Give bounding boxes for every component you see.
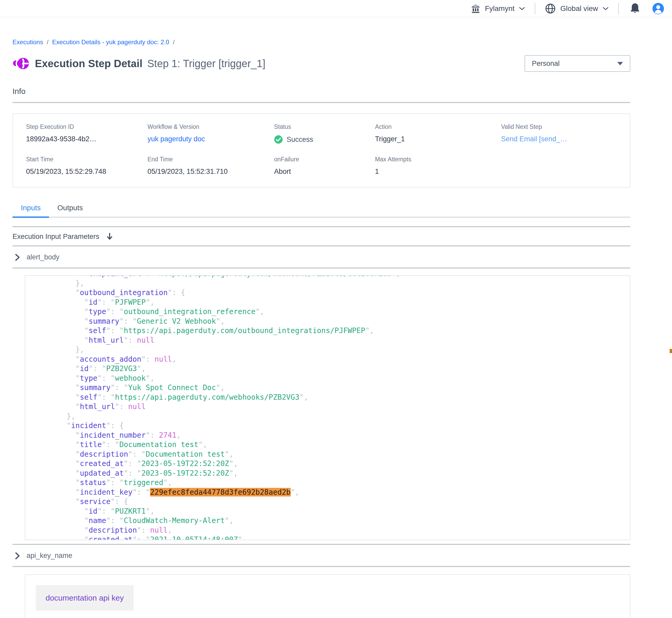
field-step-execution-id: Step Execution ID 18992a43-9538-4b2… — [26, 123, 148, 144]
field-label: Valid Next Step — [501, 123, 617, 130]
user-avatar[interactable] — [652, 3, 664, 15]
field-label: Status — [274, 123, 375, 130]
page-subtitle: Step 1: Trigger [trigger_1] — [147, 58, 265, 70]
field-max-attempts: Max Attempts 1 — [375, 156, 501, 176]
divider — [12, 268, 630, 269]
code-line: }, — [31, 345, 624, 355]
main-content: Executions / Execution Details - yuk pag… — [0, 38, 672, 618]
title-row: Execution Step Detail Step 1: Trigger [t… — [12, 55, 630, 72]
field-value: 05/19/2023, 15:52:31.710 — [148, 168, 274, 176]
divider — [12, 566, 630, 567]
code-line: "type": "outbound_integration_reference"… — [31, 307, 624, 317]
breadcrumb: Executions / Execution Details - yuk pag… — [12, 38, 630, 46]
code-line: "outbound_integration": { — [31, 288, 624, 298]
field-label: End Time — [148, 156, 274, 163]
page-title: Execution Step Detail — [35, 58, 143, 70]
scope-select[interactable]: Personal — [524, 55, 630, 72]
execution-input-parameters-bar: Execution Input Parameters — [12, 227, 630, 245]
success-check-icon — [274, 135, 283, 144]
tabs: Inputs Outputs — [12, 204, 630, 217]
code-line: "html_url": null — [31, 402, 624, 412]
param-label: api_key_name — [26, 552, 72, 560]
param-label: alert_body — [26, 253, 59, 261]
field-label: Step Execution ID — [26, 123, 148, 130]
chevron-right-icon — [15, 253, 20, 261]
param-row-api-key-name[interactable]: api_key_name — [12, 545, 630, 566]
field-start-time: Start Time 05/19/2023, 15:52:29.748 — [26, 156, 148, 176]
code-line: "status": "triggered", — [31, 478, 624, 488]
info-card: Step Execution ID 18992a43-9538-4b2… Wor… — [12, 113, 630, 188]
api-key-name-value-box: documentation api key — [25, 574, 630, 618]
field-label: Start Time — [26, 156, 148, 163]
code-line: "incident_key": "229efec8feda44778d3fe69… — [31, 488, 624, 497]
download-arrow-icon[interactable] — [106, 232, 113, 241]
code-content: "endpoint_url": "https://api.pagerduty.c… — [31, 275, 624, 540]
divider — [12, 102, 630, 103]
workflow-link[interactable]: yuk pagerduty doc — [148, 135, 205, 143]
code-line: "description": null, — [31, 526, 624, 535]
code-line: "self": "https://api.pagerduty.com/webho… — [31, 393, 624, 402]
code-line: "html_url": null — [31, 336, 624, 345]
info-heading: Info — [12, 87, 630, 96]
scrollbar-search-marker[interactable] — [670, 349, 672, 353]
field-valid-next-step: Valid Next Step Send Email [send_… — [501, 123, 617, 144]
code-line: "summary": "Yuk Spot Connect Doc", — [31, 383, 624, 393]
view-name: Global view — [560, 4, 598, 13]
field-status: Status Success — [274, 123, 375, 144]
workflow-icon — [12, 56, 31, 71]
code-line: "incident": { — [31, 421, 624, 431]
status-text: Success — [286, 135, 313, 144]
code-line: }, — [31, 412, 624, 421]
param-row-alert-body[interactable]: alert_body — [12, 246, 630, 268]
chevron-right-icon — [15, 552, 20, 560]
breadcrumb-execution-details[interactable]: Execution Details - yuk pagerduty doc: 2… — [52, 38, 169, 46]
code-line: "name": "CloudWatch-Memory-Alert", — [31, 516, 624, 526]
topbar-separator — [618, 3, 619, 14]
code-line: "description": "Documentation test", — [31, 450, 624, 459]
code-line: "accounts_addon": null, — [31, 355, 624, 364]
code-line: "title": "Documentation test", — [31, 440, 624, 450]
chevron-down-icon — [602, 6, 609, 11]
org-name: Fylamynt — [485, 4, 515, 13]
topbar-separator — [535, 3, 535, 14]
code-line: "updated_at": "2023-05-19T22:52:20Z", — [31, 469, 624, 478]
code-line: "id": "PZB2VG3", — [31, 364, 624, 374]
field-empty — [501, 156, 617, 176]
next-step-link[interactable]: Send Email [send_… — [501, 135, 567, 143]
tab-outputs[interactable]: Outputs — [49, 204, 91, 217]
api-key-name-chip: documentation api key — [36, 585, 134, 611]
json-code-viewer[interactable]: "endpoint_url": "https://api.pagerduty.c… — [25, 275, 630, 540]
code-line: "incident_number": 2741, — [31, 431, 624, 440]
code-line: "endpoint_url": "https://api.pagerduty.c… — [31, 275, 624, 279]
org-switcher[interactable]: Fylamynt — [471, 3, 526, 14]
breadcrumb-separator: / — [173, 38, 175, 46]
field-label: onFailure — [274, 156, 375, 163]
field-value: 1 — [375, 168, 501, 176]
execution-input-parameters-title: Execution Input Parameters — [12, 233, 99, 241]
code-line: "id": "PUZKRT1", — [31, 507, 624, 516]
globe-icon — [544, 3, 556, 14]
breadcrumb-separator: / — [47, 38, 49, 46]
tab-inputs[interactable]: Inputs — [12, 204, 49, 217]
code-line: "summary": "Generic V2 Webhook", — [31, 317, 624, 326]
notifications-bell-icon[interactable] — [630, 3, 640, 15]
bank-icon — [471, 3, 481, 14]
breadcrumb-executions[interactable]: Executions — [12, 38, 43, 46]
field-label: Max Attempts — [375, 156, 501, 163]
field-value: 18992a43-9538-4b2… — [26, 135, 148, 143]
field-action: Action Trigger_1 — [375, 123, 501, 144]
field-value: 05/19/2023, 15:52:29.748 — [26, 168, 148, 176]
field-end-time: End Time 05/19/2023, 15:52:31.710 — [148, 156, 274, 176]
field-workflow-version: Workflow & Version yuk pagerduty doc — [148, 123, 274, 144]
code-line: "service": { — [31, 497, 624, 507]
code-line: "created_at": "2021-10-05T14:48:00Z", — [31, 535, 624, 540]
chevron-down-icon — [519, 6, 525, 11]
page: { "topbar": { "org": { "label": "Fylamyn… — [0, 0, 672, 618]
field-label: Action — [375, 123, 501, 130]
scope-select-value: Personal — [532, 60, 560, 68]
field-label: Workflow & Version — [148, 123, 274, 130]
code-line: "created_at": "2023-05-19T22:52:20Z", — [31, 459, 624, 469]
field-value: Trigger_1 — [375, 135, 501, 143]
view-switcher[interactable]: Global view — [544, 3, 609, 14]
code-line: "id": "PJFWPEP", — [31, 298, 624, 307]
